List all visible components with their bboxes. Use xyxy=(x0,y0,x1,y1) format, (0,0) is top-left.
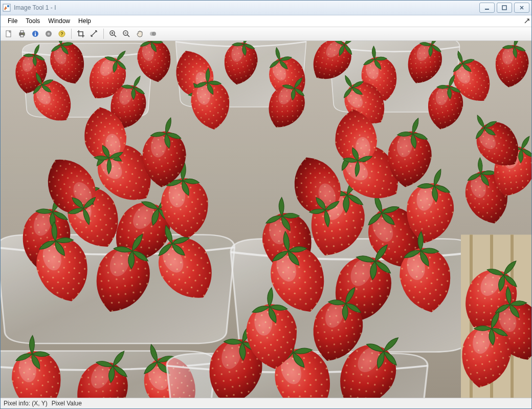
minimize-button[interactable] xyxy=(479,3,495,13)
pan-icon xyxy=(136,30,144,38)
svg-point-11 xyxy=(35,32,36,33)
svg-text:?: ? xyxy=(60,31,63,36)
undock-button[interactable] xyxy=(522,15,531,27)
menu-label: Help xyxy=(78,17,91,25)
overview-button[interactable] xyxy=(42,28,55,40)
adjust-contrast-icon xyxy=(149,30,157,38)
svg-point-19 xyxy=(152,32,156,36)
new-image-icon xyxy=(5,30,13,38)
app-window: Image Tool 1 - I File Tools Window Help xyxy=(0,0,532,409)
svg-rect-7 xyxy=(20,35,24,37)
menu-label: Window xyxy=(48,17,70,25)
app-icon xyxy=(3,4,11,12)
svg-point-13 xyxy=(48,33,50,35)
maximize-button[interactable] xyxy=(497,3,512,13)
new-image-button[interactable] xyxy=(3,28,15,40)
menu-file[interactable]: File xyxy=(4,15,21,27)
menubar: File Tools Window Help xyxy=(1,15,531,27)
adjust-contrast-button[interactable] xyxy=(147,28,159,40)
svg-rect-30 xyxy=(1,41,531,398)
menu-tools[interactable]: Tools xyxy=(21,15,44,27)
pixel-value-label: Pixel Value xyxy=(52,400,82,407)
menu-help[interactable]: Help xyxy=(74,15,95,27)
help-icon: ? xyxy=(58,30,66,38)
print-button[interactable] xyxy=(16,28,28,40)
distance-icon xyxy=(90,30,98,38)
statusbar: Pixel info: (X, Y) Pixel Value xyxy=(1,398,531,408)
displayed-image xyxy=(1,41,531,398)
menu-label: Tools xyxy=(26,17,40,25)
svg-point-8 xyxy=(23,33,24,34)
svg-rect-3 xyxy=(502,6,506,10)
distance-button[interactable] xyxy=(88,28,100,40)
zoom-out-button[interactable] xyxy=(120,28,132,40)
svg-rect-10 xyxy=(35,33,36,36)
print-icon xyxy=(18,30,26,38)
window-title: Image Tool 1 - I xyxy=(14,4,479,11)
info-icon xyxy=(31,30,39,38)
help-button[interactable]: ? xyxy=(56,28,68,40)
svg-rect-6 xyxy=(20,31,24,33)
undock-icon xyxy=(524,18,529,24)
zoom-in-icon xyxy=(109,30,117,38)
svg-rect-1 xyxy=(7,5,9,7)
window-controls xyxy=(479,3,529,13)
toolbar-separator xyxy=(71,29,72,39)
menu-window[interactable]: Window xyxy=(44,15,74,27)
menu-label: File xyxy=(8,17,17,25)
zoom-in-button[interactable] xyxy=(107,28,119,40)
close-button[interactable] xyxy=(514,3,529,13)
toolbar: ? xyxy=(1,27,531,41)
crop-icon xyxy=(77,30,85,38)
pan-button[interactable] xyxy=(134,28,146,40)
pixel-info-label: Pixel info: (X, Y) xyxy=(4,400,48,407)
zoom-out-icon xyxy=(122,30,130,38)
image-canvas[interactable] xyxy=(1,41,531,398)
crop-button[interactable] xyxy=(75,28,87,40)
overview-icon xyxy=(45,30,53,38)
svg-rect-2 xyxy=(485,9,489,10)
titlebar: Image Tool 1 - I xyxy=(1,1,531,15)
toolbar-separator xyxy=(103,29,104,39)
info-button[interactable] xyxy=(29,28,41,40)
